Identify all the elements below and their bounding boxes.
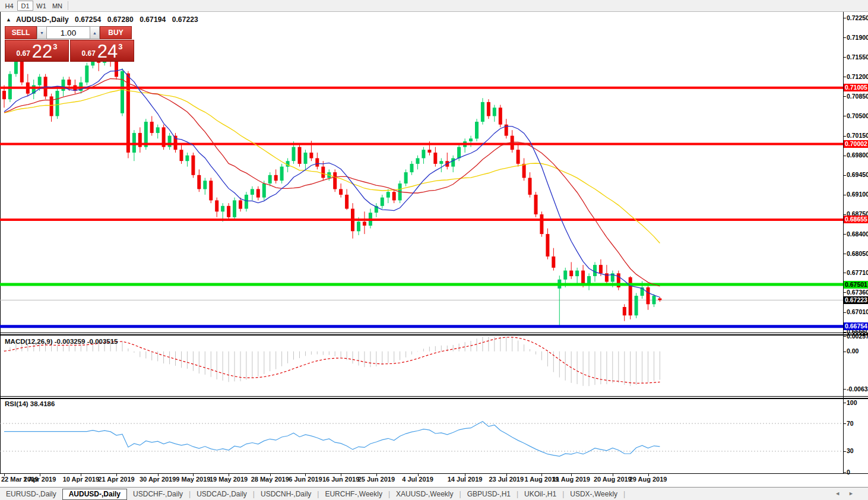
buy-price-big: 24 [97,42,118,61]
mt4-window: H4D1W1MN ▲ AUDUSD-,Daily 0.67254 0.67280… [0,0,868,500]
tab-scroll-left-icon[interactable]: ◄ [835,490,848,496]
price-axis-tick [843,37,846,38]
timeframe-button-w1[interactable]: W1 [33,1,49,11]
current-price-badge: 0.67223 [844,296,868,304]
volume-decrease-button[interactable]: ▼ [37,26,47,39]
ma-mid-line [4,79,660,287]
volume-increase-button[interactable]: ▲ [90,26,100,39]
macd-axis-label: -0.006326 [847,385,868,393]
one-click-trade-panel: SELL ▼ ▲ BUY 0.67 22 3 0.67 24 3 [5,26,134,62]
macd-axis-tick [843,352,846,352]
rsi-axis-tick [843,472,846,473]
pane-separator[interactable] [0,396,868,397]
price-axis-label: 0.71200 [847,73,868,81]
price-axis-tick [843,136,846,137]
sell-price-big: 22 [32,42,52,61]
price-axis-tick [843,273,846,273]
pane-separator[interactable] [0,398,868,399]
chart-tab-usdchf-daily[interactable]: USDCHF-,Daily [127,488,189,500]
macd-axis-tick [843,389,846,390]
buy-price-button[interactable]: 0.67 24 3 [70,40,134,62]
price-axis-label: 0.71550 [847,53,868,61]
price-axis-tick [843,156,846,156]
price-axis-label: 0.72250 [847,14,868,22]
price-axis-label: 0.70850 [847,93,868,100]
price-axis-tick [843,312,846,313]
price-axis-tick [843,57,846,58]
price-axis-label: 0.70150 [847,132,868,140]
price-axis-tick [843,77,846,77]
chart-tab-eurusd-daily[interactable]: EURUSD-,Daily [0,488,62,500]
price-axis-tick [843,195,846,195]
price-axis-label: 0.67360 [847,289,868,296]
buy-price-prefix: 0.67 [81,49,95,58]
price-axis-label: 0.69100 [847,191,868,198]
price-axis-tick [843,116,846,116]
chart-tab-usdcnh-daily[interactable]: USDCNH-,Daily [255,488,317,500]
chart-tab-ukoil-h1[interactable]: UKOil-,H1 [518,488,562,500]
sell-price-prefix: 0.67 [16,49,30,58]
rsi-indicator-pane[interactable] [0,400,843,473]
price-axis-tick [843,254,846,254]
price-axis-label: 0.71900 [847,34,868,42]
macd-axis-label: 0.002574 [847,333,868,340]
price-axis-tick [843,214,846,215]
chart-tab-bar: EURUSD-,DailyAUDUSD-,DailyUSDCHF-,Daily|… [0,487,868,500]
timeframe-button-h4[interactable]: H4 [1,1,17,11]
tab-scroll-arrows[interactable]: ◄► [835,490,862,496]
price-line-badge: 0.71005 [844,84,868,91]
macd-indicator-pane[interactable] [0,337,843,396]
timeframe-toolbar: H4D1W1MN [0,0,868,12]
price-axis-label: 0.69450 [847,171,868,179]
price-line-badge: 0.67501 [844,281,868,289]
rsi-axis-tick [843,423,846,424]
price-axis-tick [843,234,846,235]
price-axis-label: 0.67010 [847,308,868,316]
macd-label: MACD(12,26,9) -0.003259 -0.003515 [5,338,118,345]
price-line-badge: 0.66754 [844,322,868,330]
macd-axis-tick [843,336,846,337]
price-axis-label: 0.68400 [847,230,868,238]
macd-axis-label: 0.00 [847,347,868,355]
price-axis-label: 0.70500 [847,112,868,120]
chart-tab-xauusd-weekly[interactable]: XAUUSD-,Weekly [390,488,459,500]
volume-input[interactable] [47,26,90,39]
price-axis-tick [843,332,846,333]
price-axis-border [843,12,844,473]
chart-tab-gbpusd-h1[interactable]: GBPUSD-,H1 [461,488,517,500]
price-axis-tick [843,96,846,97]
timeframe-button-d1[interactable]: D1 [17,1,33,11]
chart-tab-usdcad-daily[interactable]: USDCAD-,Daily [191,488,253,500]
price-axis-label: 0.67710 [847,269,868,277]
sell-button[interactable]: SELL [5,26,37,39]
price-axis-tick [843,292,846,293]
chart-tab-eurchf-weekly[interactable]: EURCHF-,Weekly [319,488,388,500]
pane-separator[interactable] [0,334,868,336]
tab-divider: | [623,490,625,498]
sell-price-button[interactable]: 0.67 22 3 [5,40,69,62]
date-axis-label: 29 Aug 2019 [623,476,673,483]
buy-price-pip: 3 [118,42,122,51]
toolbar-divider [68,1,68,10]
tab-scroll-right-icon[interactable]: ► [848,490,862,496]
ma-fast-line [4,69,660,298]
price-line-badge: 0.70002 [844,140,868,148]
sell-price-pip: 3 [53,42,57,51]
date-axis[interactable]: 22 Mar 20191 Apr 201910 Apr 201921 Apr 2… [0,474,843,485]
price-axis-tick [843,175,846,176]
rsi-axis-label: 70 [847,420,868,428]
price-axis-label: 0.68050 [847,250,868,258]
chart-tab-audusd-daily[interactable]: AUDUSD-,Daily [62,489,127,500]
price-axis-label: 0.69800 [847,151,868,159]
price-line-badge: 0.68655 [844,216,868,223]
rsi-axis-label: 0 [847,469,868,476]
pane-separator[interactable] [0,333,868,333]
price-axis-tick [843,18,846,18]
rsi-axis-tick [843,403,846,403]
rsi-label: RSI(14) 38.4186 [5,400,55,407]
rsi-axis-label: 100 [847,399,868,407]
timeframe-button-mn[interactable]: MN [49,1,65,11]
buy-button[interactable]: BUY [100,26,132,39]
rsi-axis-tick [843,451,846,452]
chart-tab-usdx-weekly[interactable]: USDX-,Weekly [564,488,623,500]
